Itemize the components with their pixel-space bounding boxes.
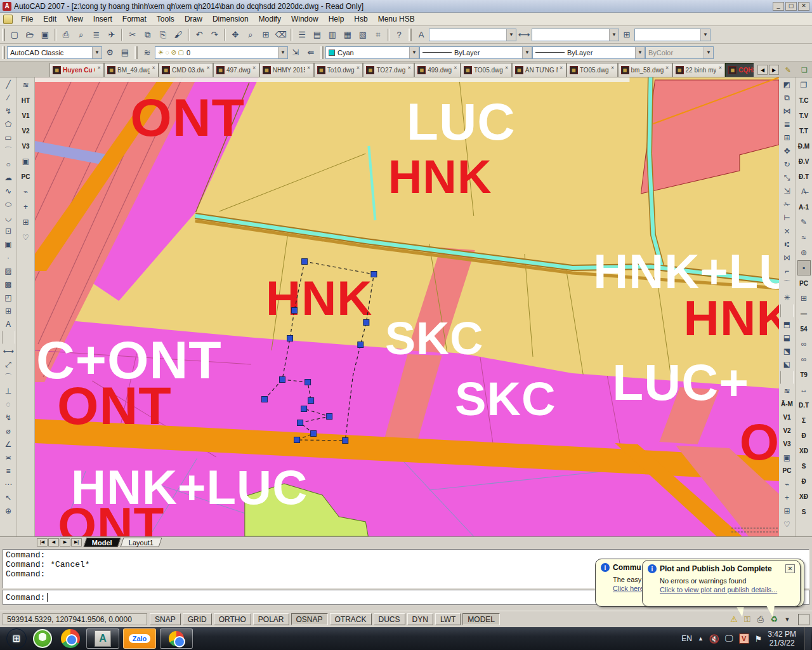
tab-499[interactable]: ▦499.dwg✕ xyxy=(414,63,461,77)
tab-cqhsdd[interactable]: ▦CQHSDD 202✕ xyxy=(725,63,754,77)
spline-icon[interactable]: ∿ xyxy=(2,184,15,197)
linetype-dropdown[interactable]: ByLayer ▼ xyxy=(419,46,532,59)
workspace-dropdown[interactable]: AutoCAD Classic ▼ xyxy=(7,46,102,59)
breakline2-icon[interactable]: ⌁ xyxy=(780,477,794,491)
snap-toggle[interactable]: SNAP xyxy=(150,613,181,625)
v1-button[interactable]: V1 xyxy=(19,108,32,123)
tab-close-icon[interactable]: ✕ xyxy=(307,65,311,70)
pc2-button[interactable]: PC xyxy=(797,275,811,291)
drawing-canvas[interactable]: ONTLUCHNKHNKSKCC+ONTONTSKCLUC+ONTHNK+LUC… xyxy=(35,77,779,536)
layer-dropdown[interactable]: ☀ ◌ ⊘ ▢ 0 ▼ xyxy=(155,46,288,59)
dim-baseline-icon[interactable]: ≡ xyxy=(2,464,15,477)
workspace-settings-icon[interactable]: ⚙ xyxy=(103,46,117,60)
tc-button[interactable]: T.C xyxy=(797,93,811,108)
rings1-icon[interactable]: ∞ xyxy=(797,336,811,352)
action-center-flag-icon[interactable]: ⚑ xyxy=(755,634,763,644)
balloon-link[interactable]: Click to view plot and publish details..… xyxy=(660,586,795,594)
new-icon[interactable]: ▢ xyxy=(8,28,22,42)
tab-close-icon[interactable]: ✕ xyxy=(407,65,411,70)
toolbar-grip[interactable] xyxy=(134,46,138,59)
make-block-icon[interactable]: ▣ xyxy=(2,237,15,251)
dm-button[interactable]: Đ.M xyxy=(797,138,811,154)
unikey-icon[interactable]: V xyxy=(739,633,749,644)
circle-plus-icon[interactable]: ⊕ xyxy=(797,245,811,260)
dim-diameter-icon[interactable]: ⌀ xyxy=(2,424,15,437)
dim-linear-icon[interactable]: ⟷ xyxy=(2,344,15,357)
tab-close-icon[interactable]: ✕ xyxy=(152,65,155,70)
chrome-icon[interactable] xyxy=(61,629,80,648)
tab-cmd03[interactable]: ▦CMD 03.dwg✕ xyxy=(159,63,213,77)
viewport-icon[interactable]: ▣ xyxy=(19,154,32,169)
tab-close-icon[interactable]: ✕ xyxy=(560,65,563,70)
dim-radius-icon[interactable]: ◌ xyxy=(2,397,15,411)
dim-style-icon[interactable]: ⟷ xyxy=(517,28,531,42)
insert-block-icon[interactable]: ⊡ xyxy=(2,224,15,237)
polar-toggle[interactable]: POLAR xyxy=(253,613,289,625)
plus2-icon[interactable]: + xyxy=(780,491,794,504)
layers2-icon[interactable]: ≋ xyxy=(780,384,794,397)
toolbar-grip[interactable] xyxy=(2,29,5,41)
menu-edit[interactable]: Edit xyxy=(38,13,62,25)
dim-arc-icon[interactable]: ⌒ xyxy=(2,371,15,384)
zoom-realtime-icon[interactable]: ⌕ xyxy=(244,28,258,42)
region-icon[interactable]: ◰ xyxy=(2,291,15,304)
tab-close-icon[interactable]: ✕ xyxy=(611,65,615,70)
pencil-tool-icon[interactable]: ✎ xyxy=(781,63,795,77)
copy-clip-icon[interactable]: ⧉ xyxy=(141,28,155,42)
clock[interactable]: 3:42 PM 21/3/22 xyxy=(768,630,796,647)
tab-close-icon[interactable]: ✕ xyxy=(97,65,101,70)
erase-icon[interactable]: ◩ xyxy=(780,77,794,91)
undo-icon[interactable]: ↶ xyxy=(192,28,206,42)
model-toggle[interactable]: MODEL xyxy=(462,613,500,625)
selection-grip[interactable] xyxy=(343,438,348,444)
am-button[interactable]: Ă-M xyxy=(780,397,794,411)
cut-icon[interactable]: ✂ xyxy=(126,28,140,42)
v2-button-r[interactable]: V2 xyxy=(780,424,794,437)
dt2-button[interactable]: D.T xyxy=(797,397,811,413)
ortho-toggle[interactable]: ORTHO xyxy=(214,613,251,625)
pc-button-r[interactable]: PC xyxy=(780,464,794,477)
minimize-button[interactable]: _ xyxy=(773,2,784,11)
grid-toggle[interactable]: GRID xyxy=(183,613,212,625)
qdim-icon[interactable]: ≍ xyxy=(2,451,15,464)
paste-icon[interactable]: ⎘ xyxy=(156,28,170,42)
dv-button[interactable]: Đ.V xyxy=(797,154,811,169)
dot-button[interactable]: ▪ xyxy=(797,260,811,275)
otrack-toggle[interactable]: OTRACK xyxy=(330,613,372,625)
tab-scroll-right[interactable]: ▶ xyxy=(769,65,779,75)
language-indicator[interactable]: EN xyxy=(681,634,692,643)
v1-button-r[interactable]: V1 xyxy=(780,411,794,424)
extend-icon[interactable]: ⊢ xyxy=(780,211,794,224)
markup-icon[interactable]: ▧ xyxy=(356,28,370,42)
designcenter-icon[interactable]: ▤ xyxy=(310,28,324,42)
network-icon[interactable]: 🖵 xyxy=(725,633,733,644)
tab-last-button[interactable]: ▶| xyxy=(71,538,82,547)
bring-above-icon[interactable]: ⬔ xyxy=(780,344,794,357)
coordinate-readout[interactable]: 593914.5329, 1207941.9506, 0.0000 xyxy=(3,613,147,625)
menu-view[interactable]: View xyxy=(62,13,88,25)
chamfer-icon[interactable]: ⌐ xyxy=(780,264,794,277)
table-style-dropdown[interactable]: ▼ xyxy=(634,29,710,41)
copy-icon[interactable]: ⧉ xyxy=(780,91,794,104)
revcloud-icon[interactable]: ☁ xyxy=(2,171,15,184)
redo-icon[interactable]: ↷ xyxy=(207,28,221,42)
zoom-window-icon[interactable]: ⊞ xyxy=(259,28,273,42)
menu-tools[interactable]: Tools xyxy=(152,13,180,25)
a1-button[interactable]: A-1 xyxy=(797,199,811,215)
selection-grip[interactable] xyxy=(311,431,317,437)
maximize-button[interactable]: ▢ xyxy=(785,2,797,11)
tab-prev-button[interactable]: ◀ xyxy=(48,538,59,547)
save-icon[interactable]: ▣ xyxy=(38,28,52,42)
autocad-taskbar-item[interactable]: A xyxy=(86,628,119,649)
v3-button[interactable]: V3 xyxy=(19,138,32,154)
rings2-icon[interactable]: ∞ xyxy=(797,352,811,367)
publish-icon[interactable]: ≣ xyxy=(89,28,103,42)
dim-style-dropdown[interactable]: ▼ xyxy=(532,29,619,41)
selection-grip[interactable] xyxy=(279,377,285,383)
chevron-down-icon[interactable]: ▼ xyxy=(635,47,645,58)
tab-huyen-cu-c[interactable]: ▦Huyen Cu C✕ xyxy=(49,63,104,77)
chevron-down-icon[interactable]: ▼ xyxy=(278,47,287,58)
pencil-icon[interactable]: ✎ xyxy=(797,215,811,230)
dim-angular-icon[interactable]: ∠ xyxy=(2,437,15,451)
xd-button[interactable]: XĐ xyxy=(797,443,811,458)
